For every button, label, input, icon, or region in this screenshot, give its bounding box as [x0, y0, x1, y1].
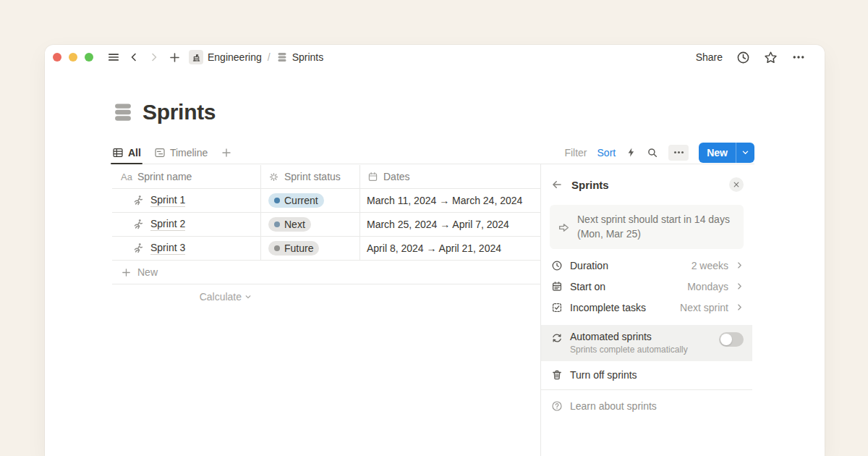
- text-property-icon: Aa: [121, 172, 132, 182]
- new-button[interactable]: New: [699, 143, 754, 163]
- automations-bolt-icon[interactable]: [626, 147, 637, 158]
- setting-label: Duration: [570, 260, 608, 271]
- add-view-icon[interactable]: [221, 147, 232, 159]
- setting-value: 2 weeks: [692, 260, 728, 271]
- runner-icon: [132, 195, 144, 206]
- database-icon: [276, 51, 288, 63]
- learn-about-sprints-link[interactable]: Learn about sprints: [541, 391, 752, 421]
- sort-button[interactable]: Sort: [597, 147, 616, 159]
- timeline-view-icon: [154, 147, 166, 159]
- breadcrumb-page[interactable]: Sprints: [292, 51, 324, 63]
- turn-off-sprints-button[interactable]: Turn off sprints: [541, 361, 752, 389]
- page-title: Sprints: [142, 100, 216, 124]
- tab-timeline[interactable]: Timeline: [154, 141, 208, 164]
- sprint-row-title[interactable]: Sprint 2: [150, 218, 185, 231]
- tab-all[interactable]: All: [112, 141, 141, 164]
- notice-line-1: Next sprint should start in 14 days: [577, 213, 730, 227]
- arrow-right-outline-icon: [558, 214, 570, 241]
- new-button-label[interactable]: New: [699, 143, 736, 163]
- dates-cell[interactable]: March 11, 2024 → March 24, 2024: [359, 189, 540, 212]
- table-view-icon: [112, 147, 124, 159]
- tab-all-label: All: [128, 147, 141, 159]
- more-options-icon[interactable]: [791, 50, 806, 64]
- setting-label: Start on: [570, 281, 605, 292]
- panel-title: Sprints: [571, 179, 609, 191]
- setting-duration[interactable]: Duration 2 weeks: [541, 255, 752, 276]
- clock-icon: [551, 260, 563, 271]
- sprint-row-title[interactable]: Sprint 1: [150, 194, 185, 207]
- breadcrumb: Engineering / Sprints: [189, 50, 323, 64]
- chevron-right-icon: [736, 282, 744, 290]
- window-topbar: Engineering / Sprints Share: [45, 45, 825, 69]
- calendar-property-icon: [367, 172, 378, 182]
- app-window: Engineering / Sprints Share Sprints: [45, 45, 825, 456]
- view-tabbar: All Timeline Filter Sort New: [112, 141, 754, 164]
- sprints-settings-panel: Sprints Next sprint should start in 14 d…: [541, 164, 752, 421]
- table-header-row: Aa Sprint name Sprint status Dates: [112, 165, 540, 189]
- panel-back-arrow-icon[interactable]: [551, 179, 563, 190]
- panel-section-divider: [541, 389, 752, 390]
- share-button[interactable]: Share: [696, 51, 723, 63]
- status-property-icon: [268, 172, 279, 182]
- table-row: Sprint 1 Current March 11, 2024 → March …: [112, 189, 540, 213]
- new-page-icon[interactable]: [167, 50, 182, 64]
- status-badge[interactable]: Next: [268, 217, 311, 232]
- setting-start-on[interactable]: Start on Mondays: [541, 276, 752, 297]
- new-button-chevron-down-icon[interactable]: [736, 143, 754, 163]
- status-badge[interactable]: Current: [268, 193, 324, 208]
- runner-icon: [132, 219, 144, 230]
- calendar-icon: [551, 281, 563, 292]
- close-window-button[interactable]: [53, 53, 61, 62]
- sprint-row-title[interactable]: Sprint 3: [150, 242, 185, 255]
- automated-sprints-description: Sprints complete automatically: [570, 345, 688, 355]
- notice-line-2: (Mon, Mar 25): [577, 227, 730, 242]
- trash-icon: [551, 369, 563, 381]
- runner-icon: [132, 242, 144, 254]
- setting-value: Mondays: [687, 281, 728, 292]
- workspace-building-icon: [189, 50, 203, 64]
- page-database-icon: [112, 101, 134, 123]
- search-icon[interactable]: [647, 147, 658, 159]
- question-circle-icon: [551, 400, 563, 412]
- chevron-right-icon: [736, 261, 744, 269]
- automated-sprints-label: Automated sprints: [570, 331, 688, 342]
- column-header-dates[interactable]: Dates: [359, 165, 540, 188]
- updates-clock-icon[interactable]: [736, 51, 750, 64]
- traffic-lights: [53, 53, 93, 62]
- checkbox-check-icon: [551, 302, 563, 313]
- panel-close-icon[interactable]: [729, 177, 744, 192]
- next-sprint-notice: Next sprint should start in 14 days (Mon…: [550, 205, 744, 249]
- status-badge[interactable]: Future: [268, 241, 319, 256]
- forward-navigation-icon[interactable]: [147, 50, 161, 64]
- setting-label: Incomplete tasks: [570, 302, 646, 313]
- minimize-window-button[interactable]: [69, 53, 77, 62]
- column-header-sprint-status[interactable]: Sprint status: [260, 165, 359, 188]
- filter-button[interactable]: Filter: [564, 147, 587, 159]
- sprints-table: Aa Sprint name Sprint status Dates: [112, 165, 540, 303]
- table-row: Sprint 3 Future April 8, 2024 → April 21…: [112, 237, 540, 261]
- favorite-star-icon[interactable]: [764, 51, 778, 64]
- calculate-button[interactable]: Calculate: [112, 291, 260, 303]
- dates-cell[interactable]: April 8, 2024 → April 21, 2024: [359, 237, 540, 260]
- repeat-icon: [551, 332, 563, 344]
- setting-incomplete-tasks[interactable]: Incomplete tasks Next sprint: [541, 297, 752, 318]
- automated-sprints-row[interactable]: Automated sprints Sprints complete autom…: [541, 325, 752, 361]
- new-row-button[interactable]: New: [112, 261, 540, 284]
- setting-value: Next sprint: [680, 302, 728, 313]
- automated-sprints-toggle[interactable]: [719, 332, 744, 347]
- column-header-sprint-name[interactable]: Aa Sprint name: [112, 165, 260, 188]
- view-options-button[interactable]: [668, 145, 689, 161]
- chevron-right-icon: [736, 303, 744, 311]
- back-navigation-icon[interactable]: [127, 50, 141, 64]
- chevron-down-icon: [244, 293, 252, 300]
- sidebar-menu-icon[interactable]: [106, 50, 121, 64]
- breadcrumb-workspace[interactable]: Engineering: [208, 51, 262, 63]
- zoom-window-button[interactable]: [85, 53, 93, 62]
- breadcrumb-separator: /: [268, 51, 271, 63]
- table-row: Sprint 2 Next March 25, 2024 → April 7, …: [112, 213, 540, 237]
- tab-timeline-label: Timeline: [170, 147, 208, 159]
- plus-icon: [121, 267, 132, 278]
- dates-cell[interactable]: March 25, 2024 → April 7, 2024: [359, 213, 540, 236]
